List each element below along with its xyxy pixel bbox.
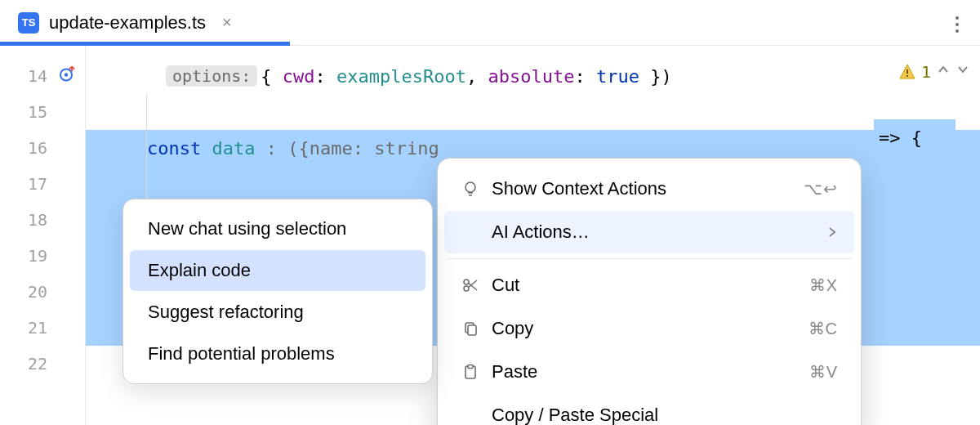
line-number[interactable]: 21 [0,310,85,346]
svg-point-4 [466,182,475,192]
scissors-icon [461,277,480,293]
line-number-label: 20 [28,282,47,302]
menu-item-find-problems[interactable]: Find potential problems [130,333,425,374]
line-number[interactable]: 16 [0,130,85,166]
svg-rect-8 [468,325,476,335]
line-number[interactable]: 15 [0,94,85,130]
menu-item-new-chat[interactable]: New chat using selection [130,208,425,249]
menu-item-label: Suggest refactoring [148,302,304,323]
code-text: : [315,66,337,87]
menu-item-explain-code[interactable]: Explain code [130,250,425,291]
line-number-label: 19 [28,246,47,266]
warning-count: 1 [921,62,931,82]
code-text: }) [639,66,672,87]
line-number-label: 18 [28,210,47,230]
more-vertical-icon[interactable] [951,11,964,38]
tab-bar: TS update-examples.ts × [0,0,980,46]
menu-item-cut[interactable]: Cut ⌘X [444,264,854,306]
line-number[interactable]: 22 [0,346,85,382]
inspection-nav [936,62,970,80]
clipboard-icon [461,364,480,380]
ts-file-icon: TS [18,12,39,34]
code-line[interactable] [86,94,980,130]
gutter: 14 15 16 17 18 19 20 21 22 [0,46,86,425]
code-text: => { [874,119,956,155]
code-text: true [596,66,639,87]
menu-item-label: AI Actions… [492,221,815,243]
shortcut: ⌘C [808,319,838,338]
menu-item-label: New chat using selection [148,218,346,239]
tab-title: update-examples.ts [49,12,206,34]
ai-actions-submenu: New chat using selection Explain code Su… [122,199,433,384]
parameter-hint: options: [166,65,257,87]
copy-icon [461,320,480,337]
menu-item-ai-actions[interactable]: AI Actions… [444,211,854,253]
shortcut: ⌘V [809,362,838,382]
line-number[interactable]: 14 [0,58,85,94]
inspection-warnings[interactable]: 1 [898,62,931,82]
code-text: : [575,66,597,87]
menu-item-label: Copy / Paste Special [492,405,838,425]
code-text: data [212,138,255,159]
code-text: cwd [283,66,315,87]
code-text: , [466,66,488,87]
close-tab-icon[interactable]: × [216,13,238,32]
menu-item-label: Cut [492,275,798,296]
shortcut: ⌘X [809,275,838,295]
menu-item-label: Find potential problems [148,343,335,365]
line-number-label: 21 [28,318,47,338]
prev-highlight-icon[interactable] [936,62,951,80]
next-highlight-icon[interactable] [956,62,970,80]
menu-item-copy-paste-special[interactable]: Copy / Paste Special [444,394,854,425]
line-number[interactable]: 19 [0,238,85,274]
line-number[interactable]: 18 [0,202,85,238]
menu-item-label: Show Context Actions [492,178,792,199]
svg-rect-2 [906,69,908,74]
svg-point-1 [65,73,68,76]
menu-item-suggest-refactoring[interactable]: Suggest refactoring [130,292,425,333]
line-number[interactable]: 20 [0,274,85,310]
code-text: examplesRoot [336,66,466,87]
code-text [201,138,212,159]
menu-item-label: Copy [492,318,797,339]
code-text: const [147,138,201,159]
line-number[interactable]: 17 [0,166,85,202]
run-target-icon[interactable] [59,65,77,87]
menu-separator [448,258,851,259]
context-menu: Show Context Actions ⌥↩ AI Actions… Cut … [437,158,862,425]
code-line[interactable]: options: { cwd : examplesRoot , absolute… [86,58,980,94]
menu-item-label: Explain code [148,260,251,281]
chevron-right-icon [826,221,838,243]
line-number-label: 22 [28,354,47,374]
svg-rect-10 [468,365,473,369]
file-tab[interactable]: TS update-examples.ts × [0,0,253,45]
line-number-label: 14 [28,66,47,86]
menu-item-paste[interactable]: Paste ⌘V [444,351,854,393]
line-number-label: 16 [28,138,47,158]
line-number-label: 17 [28,174,47,194]
line-number-label: 15 [28,102,47,122]
menu-item-label: Paste [492,361,798,382]
code-text: absolute [488,66,575,87]
shortcut: ⌥↩ [804,179,838,199]
menu-item-copy[interactable]: Copy ⌘C [444,307,854,350]
warning-icon [898,63,916,81]
code-text: : ({name: string [255,138,439,159]
menu-item-show-context-actions[interactable]: Show Context Actions ⌥↩ [444,168,854,210]
code-text: { [261,66,283,87]
bulb-icon [461,180,480,198]
svg-rect-3 [906,75,908,77]
